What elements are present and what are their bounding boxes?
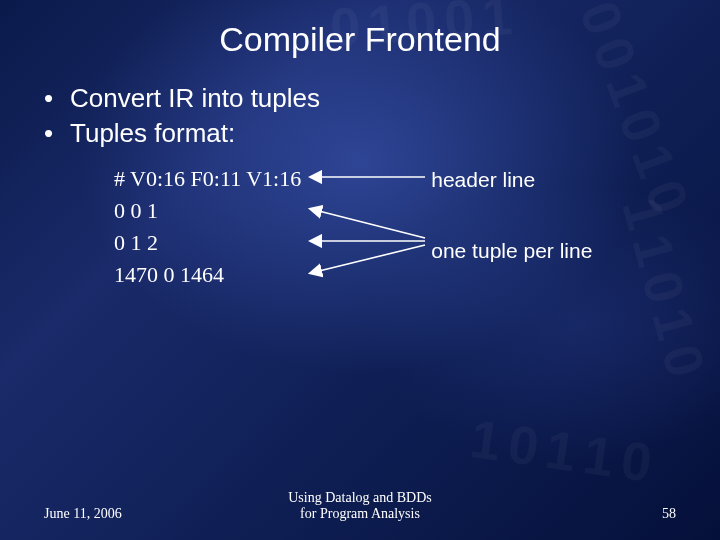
- slide-title: Compiler Frontend: [44, 20, 676, 59]
- content-row: # V0:16 F0:11 V1:16 0 0 1 0 1 2 1470 0 1…: [114, 163, 676, 291]
- footer-subject-text: Using Datalog and BDDs for Program Analy…: [288, 490, 432, 522]
- footer-date: June 11, 2006: [44, 506, 164, 522]
- code-line: 1470 0 1464: [114, 259, 301, 291]
- footer-subject: Using Datalog and BDDs for Program Analy…: [164, 490, 556, 522]
- label-header-line: header line: [431, 165, 592, 194]
- slide: Compiler Frontend Convert IR into tuples…: [0, 0, 720, 540]
- bullet-item: Convert IR into tuples: [44, 83, 676, 114]
- label-tuple-line: one tuple per line: [431, 236, 592, 265]
- code-line: 0 1 2: [114, 227, 301, 259]
- footer-page-number: 58: [556, 506, 676, 522]
- code-block: # V0:16 F0:11 V1:16 0 0 1 0 1 2 1470 0 1…: [114, 163, 301, 291]
- code-line: 0 0 1: [114, 195, 301, 227]
- svg-line-3: [311, 245, 425, 273]
- bullet-item: Tuples format:: [44, 118, 676, 149]
- bullet-list: Convert IR into tuples Tuples format:: [44, 83, 676, 149]
- svg-line-1: [311, 209, 425, 238]
- label-column: header line one tuple per line: [431, 163, 592, 222]
- footer: June 11, 2006 Using Datalog and BDDs for…: [44, 490, 676, 522]
- code-line-header: # V0:16 F0:11 V1:16: [114, 163, 301, 195]
